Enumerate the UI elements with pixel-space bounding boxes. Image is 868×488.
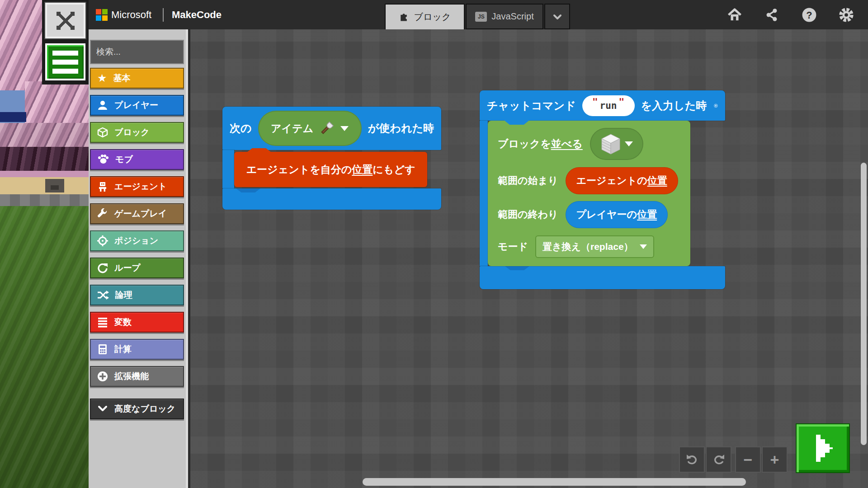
connector-notch <box>504 120 529 125</box>
block-text: チャットコマンド <box>487 99 576 113</box>
block-on-chat-command[interactable]: チャットコマンド " run " を入力した時 ブロックを並べ <box>480 90 725 289</box>
category-mobs[interactable]: モブ <box>90 149 184 170</box>
zoom-out-button[interactable]: − <box>735 446 761 473</box>
dropdown-label: アイテム <box>271 122 313 136</box>
category-positions[interactable]: ポジション <box>90 230 184 251</box>
block-type-dropdown[interactable] <box>590 128 643 160</box>
hamburger-icon <box>52 51 78 56</box>
command-text-field[interactable]: " run " <box>582 95 635 116</box>
game-menu-button[interactable] <box>45 43 85 80</box>
value-agent-position[interactable]: エージェントの位置 <box>566 167 678 194</box>
expand-arrows-icon <box>54 9 77 33</box>
fill-title: ブロックを並べる <box>498 137 583 151</box>
event-block-header[interactable]: チャットコマンド " run " を入力した時 <box>480 90 725 121</box>
tab-blocks[interactable]: ブロック <box>385 4 465 29</box>
paw-icon <box>97 154 109 165</box>
block-text: を入力した時 <box>641 99 707 113</box>
category-label: 計算 <box>114 343 132 355</box>
mode-dropdown[interactable]: 置き換え（replace） <box>535 235 654 258</box>
settings-button[interactable] <box>838 6 855 23</box>
category-gameplay[interactable]: ゲームプレイ <box>90 203 184 224</box>
microsoft-wordmark: Microsoft <box>111 0 151 29</box>
toolbox-sidebar: ★ 基本 プレイヤー ブロック モブ <box>89 29 188 488</box>
connector-notch <box>236 188 260 192</box>
home-button[interactable] <box>726 6 743 23</box>
block-agent-teleport[interactable]: エージェントを自分の位置にもどす <box>234 152 427 187</box>
fill-title-link[interactable]: 並べる <box>551 138 583 150</box>
category-label: 基本 <box>113 72 131 84</box>
chevron-down-icon <box>97 404 108 413</box>
category-agent[interactable]: エージェント <box>90 176 184 197</box>
category-label: ポジション <box>114 235 158 247</box>
shuffle-icon <box>97 290 109 300</box>
add-parameter-button[interactable] <box>714 97 718 114</box>
home-icon <box>727 7 742 23</box>
pill-link[interactable]: 位置 <box>647 175 667 186</box>
category-label: プレイヤー <box>114 99 158 111</box>
help-button[interactable]: ? <box>801 6 818 23</box>
category-math[interactable]: 計算 <box>90 339 184 360</box>
row-label: モード <box>498 240 528 253</box>
fill-row-mode: モード 置き換え（replace） <box>498 235 690 258</box>
pill-link[interactable]: 位置 <box>637 209 657 220</box>
category-extensions[interactable]: 拡張機能 <box>90 366 184 387</box>
block-on-item-used[interactable]: 次の アイテム が使われた時 エージェントを自 <box>222 107 441 210</box>
blocks-workspace[interactable]: 次の アイテム が使われた時 エージェントを自 <box>190 29 868 488</box>
pixel-play-icon <box>808 432 837 465</box>
js-badge-icon: JS <box>475 12 487 22</box>
loop-icon <box>97 263 108 273</box>
crosshair-icon <box>97 235 108 246</box>
category-label: モブ <box>115 154 133 165</box>
share-icon <box>764 8 779 22</box>
makecode-window: Microsoft MakeCode ブロック JS JavaScript <box>0 0 868 488</box>
stone-blocks <box>0 194 89 207</box>
category-loops[interactable]: ループ <box>90 258 184 278</box>
redo-button[interactable] <box>706 446 731 473</box>
star-icon: ★ <box>97 73 107 84</box>
zoom-in-button[interactable]: + <box>762 446 788 473</box>
fill-row-from: 範囲の始まり エージェントの位置 <box>498 167 690 194</box>
fill-title-before: ブロックを <box>498 138 551 150</box>
pill-text-before: エージェントの <box>576 175 647 186</box>
event-block-footer <box>222 188 441 210</box>
category-advanced[interactable]: 高度なブロック <box>90 399 184 419</box>
item-dropdown[interactable]: アイテム <box>258 111 362 146</box>
category-basic[interactable]: ★ 基本 <box>90 68 184 89</box>
gear-icon <box>838 7 854 23</box>
category-logic[interactable]: 論理 <box>90 285 184 305</box>
category-label: 論理 <box>115 289 132 301</box>
value-player-position[interactable]: プレイヤーの位置 <box>566 201 668 228</box>
category-label: 高度なブロック <box>114 403 175 415</box>
game-buttons-panel <box>42 0 89 84</box>
undo-button[interactable] <box>679 446 705 473</box>
dropdown-arrow-icon <box>625 141 633 146</box>
expand-game-button[interactable] <box>45 3 85 38</box>
event-block-header[interactable]: 次の アイテム が使われた時 <box>222 107 441 150</box>
category-player[interactable]: プレイヤー <box>90 95 184 116</box>
open-quote: " <box>592 97 598 108</box>
category-label: 変数 <box>114 316 132 328</box>
block-text: 次の <box>230 121 252 136</box>
category-blocks[interactable]: ブロック <box>90 122 184 143</box>
tab-javascript-label: JavaScript <box>491 11 533 22</box>
dropdown-arrow-icon <box>640 244 647 249</box>
quartz-cube-icon <box>600 133 621 155</box>
toolbox-search[interactable] <box>90 40 184 64</box>
editor-dropdown-button[interactable] <box>544 4 570 29</box>
vertical-scrollbar[interactable] <box>861 163 867 445</box>
tab-javascript[interactable]: JS JavaScript <box>466 4 543 29</box>
play-button[interactable] <box>796 423 850 473</box>
fill-row-to: 範囲の終わり プレイヤーの位置 <box>498 201 690 228</box>
block-fill[interactable]: ブロックを並べる 範囲の始まり エージェントの位置 <box>488 121 690 266</box>
log-blocks <box>0 147 89 172</box>
share-button[interactable] <box>763 6 780 23</box>
row-label: 範囲の終わり <box>498 208 558 221</box>
event-block-footer <box>480 266 725 289</box>
agent-icon <box>97 181 108 192</box>
makecode-wordmark: MakeCode <box>172 0 222 29</box>
statement-link[interactable]: 位置 <box>352 164 373 175</box>
puzzle-icon <box>399 12 410 23</box>
horizontal-scrollbar[interactable] <box>363 478 746 486</box>
category-variables[interactable]: 変数 <box>90 312 184 333</box>
event-block-spine <box>480 121 488 266</box>
